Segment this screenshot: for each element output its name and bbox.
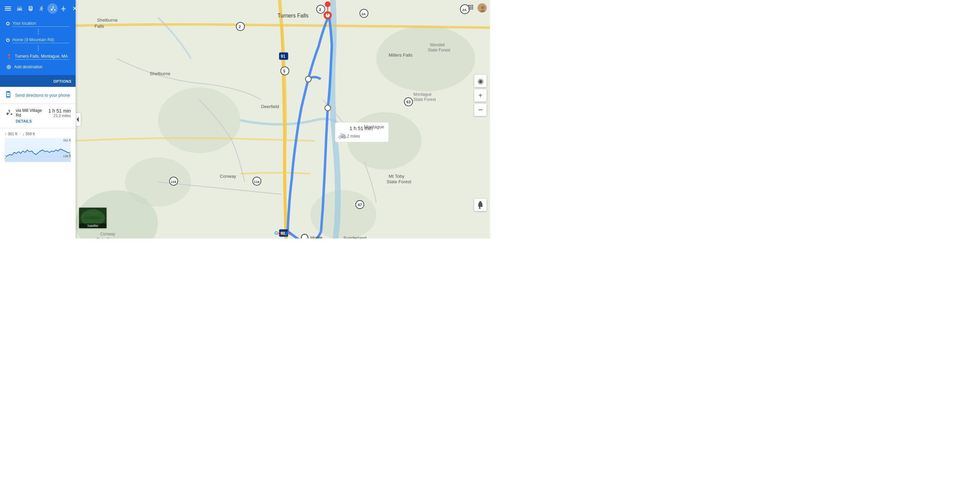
- route-via-label: via Mill Village Rd: [16, 108, 45, 118]
- transport-car-button[interactable]: [14, 3, 25, 14]
- google-logo: Google: [275, 230, 291, 236]
- destination-input[interactable]: [15, 53, 69, 60]
- svg-text:Wendell: Wendell: [430, 43, 445, 48]
- user-section: [467, 3, 487, 13]
- elevation-max-label: 262 ft: [63, 139, 71, 142]
- svg-text:Millers Falls: Millers Falls: [389, 52, 413, 58]
- svg-text:Mt Toby: Mt Toby: [389, 174, 404, 179]
- google-apps-button[interactable]: [467, 4, 474, 13]
- midpoint-input[interactable]: [13, 37, 69, 43]
- svg-text:Falls: Falls: [94, 24, 104, 29]
- compass-button[interactable]: ◉: [474, 75, 487, 87]
- zoom-in-button[interactable]: +: [474, 89, 487, 101]
- svg-text:Montague: Montague: [364, 124, 384, 129]
- waypoints-container: 📍 ⊕ Add destination: [3, 16, 72, 75]
- transport-flight-button[interactable]: [59, 3, 69, 14]
- svg-text:91: 91: [281, 54, 286, 59]
- svg-text:Conway: Conway: [220, 174, 236, 179]
- header-bar: ✕ 📍 ⊕ Add destinati: [0, 0, 76, 75]
- svg-text:116: 116: [171, 180, 176, 184]
- svg-point-13: [305, 76, 311, 82]
- midpoint-dot: [6, 38, 10, 42]
- collapse-sidebar-button[interactable]: [76, 113, 81, 126]
- send-to-phone-icon: [5, 91, 12, 100]
- svg-text:116: 116: [254, 180, 259, 184]
- add-destination-label: Add destination: [14, 65, 43, 69]
- transport-cycling-button[interactable]: [48, 3, 58, 14]
- satellite-label: Satellite: [79, 223, 107, 228]
- zoom-out-button[interactable]: −: [474, 104, 487, 116]
- svg-text:2: 2: [319, 8, 321, 12]
- close-directions-button[interactable]: ✕: [71, 3, 79, 14]
- elevation-up: ↑ 361 ft: [5, 132, 17, 136]
- svg-text:State Forest: State Forest: [96, 237, 119, 239]
- elevation-min-label: 138 ft: [63, 154, 71, 158]
- svg-text:Home: Home: [310, 235, 322, 239]
- route-connector: [7, 29, 69, 35]
- route-connector-2: [7, 45, 69, 51]
- destination-pin-icon: 📍: [6, 54, 12, 59]
- options-bar: OPTIONS: [0, 75, 76, 87]
- waypoint-row-destination: 📍: [6, 51, 69, 62]
- transport-walking-button[interactable]: [37, 3, 47, 14]
- details-link[interactable]: DETAILS: [16, 119, 32, 123]
- map-area[interactable]: Home 1 h 51 min 21.2 miles 🚲 Turners Fal…: [76, 0, 490, 239]
- svg-point-7: [376, 26, 475, 92]
- satellite-toggle[interactable]: Satellite: [79, 208, 107, 228]
- svg-text:63: 63: [407, 100, 410, 104]
- route-time-distance: 1 h 51 min 21.2 miles: [48, 108, 71, 118]
- user-avatar[interactable]: [477, 3, 487, 13]
- waypoint-row-middle: [6, 35, 69, 45]
- satellite-preview: Satellite: [79, 208, 107, 228]
- svg-text:Deerfield: Deerfield: [261, 104, 279, 109]
- origin-dot: [6, 22, 10, 25]
- transport-transit-button[interactable]: [25, 3, 36, 14]
- svg-text:2: 2: [239, 25, 241, 29]
- svg-text:Conway: Conway: [100, 231, 115, 236]
- route-distance: 21.2 miles: [48, 114, 71, 118]
- route-option: via Mill Village Rd DETAILS 1 h 51 min 2…: [0, 104, 76, 128]
- svg-point-14: [325, 105, 331, 111]
- map-controls: ◉ + −: [474, 75, 487, 116]
- svg-text:2A: 2A: [463, 8, 467, 12]
- hamburger-menu-button[interactable]: [3, 5, 13, 12]
- svg-point-9: [158, 87, 240, 154]
- svg-text:5: 5: [283, 69, 285, 73]
- elevation-chart: 262 ft 138 ft: [5, 138, 71, 158]
- options-button[interactable]: OPTIONS: [53, 79, 72, 83]
- svg-point-15: [301, 235, 308, 239]
- map-background: Home 1 h 51 min 21.2 miles 🚲 Turners Fal…: [76, 0, 490, 239]
- svg-text:Turners Falls: Turners Falls: [277, 13, 309, 19]
- add-destination-row[interactable]: ⊕ Add destination: [6, 62, 69, 73]
- elevation-down: ↓ 358 ft: [22, 132, 35, 136]
- send-directions-label: Send directions to your phone: [15, 93, 70, 98]
- send-directions-section[interactable]: Send directions to your phone: [0, 87, 76, 104]
- svg-text:State Forest: State Forest: [428, 48, 450, 52]
- svg-text:🚲: 🚲: [338, 131, 346, 139]
- svg-text:Sunderland: Sunderland: [343, 235, 366, 239]
- svg-text:State Forest: State Forest: [414, 97, 436, 102]
- elevation-stats: ↑ 361 ft · ↓ 358 ft: [5, 132, 71, 136]
- svg-point-19: [325, 2, 331, 7]
- route-header: via Mill Village Rd DETAILS 1 h 51 min 2…: [5, 108, 71, 124]
- svg-text:2A: 2A: [361, 12, 366, 16]
- content-area: Send directions to your phone via Mill V…: [0, 87, 76, 239]
- svg-text:Montague: Montague: [414, 92, 432, 97]
- elevation-section: ↑ 361 ft · ↓ 358 ft: [0, 128, 76, 162]
- route-time: 1 h 51 min: [48, 108, 71, 114]
- add-destination-icon: ⊕: [6, 63, 11, 71]
- svg-text:Shelburne: Shelburne: [97, 17, 118, 23]
- svg-point-68: [481, 6, 485, 9]
- waypoint-row-origin: [6, 19, 69, 29]
- street-view-pegman[interactable]: [474, 199, 487, 211]
- transport-mode-selector: [14, 3, 69, 14]
- svg-text:State Forest: State Forest: [387, 179, 411, 184]
- origin-input[interactable]: [13, 20, 69, 27]
- route-info: via Mill Village Rd DETAILS: [16, 108, 45, 124]
- svg-text:Shelburne: Shelburne: [150, 71, 170, 76]
- svg-text:47: 47: [358, 203, 362, 207]
- sidebar: ✕ 📍 ⊕ Add destinati: [0, 0, 76, 239]
- top-row: ✕: [3, 3, 72, 14]
- bike-route-icon: [5, 109, 13, 118]
